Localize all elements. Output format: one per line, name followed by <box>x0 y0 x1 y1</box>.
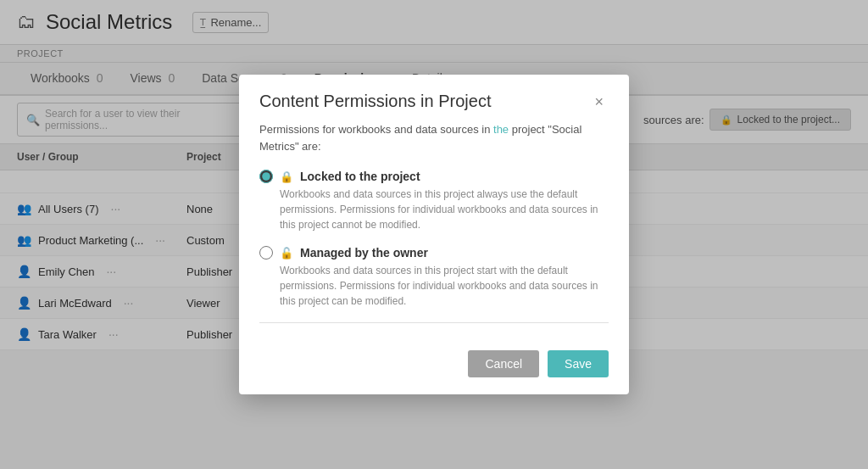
unlock-option-icon: 🔓 <box>280 247 293 260</box>
modal-overlay: Content Permissions in Project × Permiss… <box>0 0 868 469</box>
save-button[interactable]: Save <box>548 350 609 377</box>
radio-locked[interactable] <box>259 170 273 183</box>
modal-description: Permissions for workbooks and data sourc… <box>259 121 609 154</box>
radio-locked-description: Workbooks and data sources in this proje… <box>280 187 609 232</box>
radio-managed-label: Managed by the owner <box>300 246 428 260</box>
modal-footer: Cancel Save <box>239 350 629 394</box>
modal-header: Content Permissions in Project × <box>239 75 629 121</box>
radio-managed[interactable] <box>259 246 273 260</box>
modal-title: Content Permissions in Project <box>259 92 491 111</box>
modal-close-button[interactable]: × <box>589 92 609 111</box>
radio-locked-label: Locked to the project <box>300 170 420 183</box>
modal-body: Permissions for workbooks and data sourc… <box>239 121 629 350</box>
cancel-button[interactable]: Cancel <box>468 350 539 377</box>
radio-option-managed: 🔓 Managed by the owner Workbooks and dat… <box>259 246 609 309</box>
radio-managed-description: Workbooks and data sources in this proje… <box>280 263 609 309</box>
radio-option-locked: 🔒 Locked to the project Workbooks and da… <box>259 170 609 232</box>
modal-divider <box>259 322 609 323</box>
lock-option-icon: 🔒 <box>280 170 293 183</box>
content-permissions-modal: Content Permissions in Project × Permiss… <box>239 75 629 394</box>
